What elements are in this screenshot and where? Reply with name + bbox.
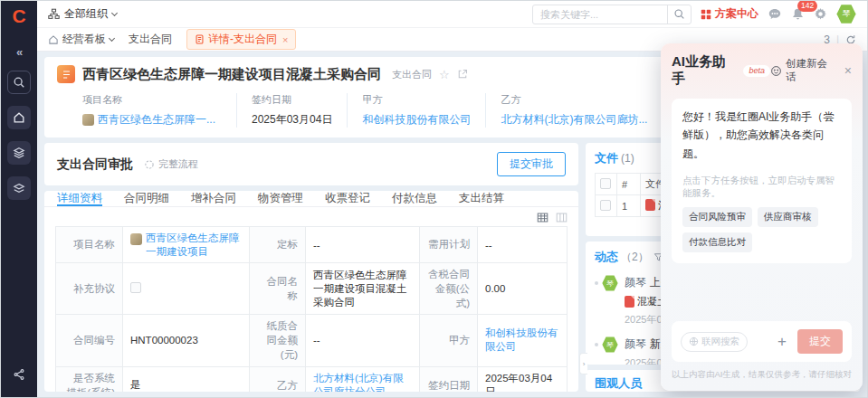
org-selector[interactable]: 全部组织 [48, 6, 117, 22]
attach-plus-icon[interactable]: + [777, 334, 787, 349]
close-ai-panel-icon[interactable]: × [844, 64, 852, 77]
app-window: C « 全部组织 方案中心 [0, 0, 868, 398]
ai-greeting-card: 您好！我是红圈AI业务助手（尝鲜版），助您高效解决各类问题。 点击下方任务按钮，… [672, 99, 852, 263]
task-contract-risk-button[interactable]: 合同风险预审 [682, 207, 752, 227]
beta-badge: beta [743, 65, 770, 77]
tab-supplement[interactable]: 增补合同 [191, 191, 236, 206]
close-tab-icon[interactable]: × [282, 34, 288, 45]
task-supplier-review-button[interactable]: 供应商审核 [758, 207, 818, 227]
tab-contract-items[interactable]: 合同明细 [124, 191, 169, 206]
tab-settlement[interactable]: 支出结算 [459, 191, 504, 206]
field-party-b: 乙方 北方材料(北京)有限公司廊坊... [485, 93, 662, 128]
tab-contract-detail-active[interactable]: 详情-支出合同 × [186, 29, 296, 50]
ai-input-bar: 联网搜索 + 提交 [672, 321, 852, 362]
star-favorite-icon[interactable]: ☆ [439, 68, 450, 81]
settings-button[interactable] [814, 7, 827, 21]
messages-button[interactable] [768, 7, 782, 22]
tab-materials[interactable]: 物资管理 [258, 191, 303, 206]
gear-icon [814, 7, 827, 21]
sidebar-apps-button[interactable] [7, 176, 31, 200]
tab-label: 经营看板 [62, 32, 106, 47]
ai-disclaimer: 以上内容由AI生成，结果仅供参考，请仔细核对 [672, 369, 852, 381]
col-index: # [617, 174, 641, 195]
chat-bubble-icon [768, 7, 782, 22]
submit-approval-button[interactable]: 提交审批 [497, 152, 566, 176]
sidebar-search-button[interactable] [7, 71, 31, 94]
web-search-toggle[interactable]: 联网搜索 [681, 332, 748, 352]
task-payment-check-button[interactable]: 付款信息比对 [682, 232, 752, 252]
ai-submit-button[interactable]: 提交 [797, 329, 843, 354]
ai-greeting-text: 您好！我是红圈AI业务助手（尝鲜版），助您高效解决各类问题。 [682, 108, 841, 163]
avatar[interactable]: 琴 [836, 5, 856, 24]
sidebar: C « [1, 1, 37, 397]
select-all-checkbox[interactable] [600, 178, 611, 189]
ai-hint-text: 点击下方任务按钮，立即启动专属智能服务。 [682, 175, 841, 200]
sidebar-home-button[interactable] [7, 106, 31, 129]
tab-detail-info[interactable]: 详细资料 [57, 191, 102, 206]
table-row: 补充协议 合同名称 西青区绿色生态屏障一期建设项目混凝土采购合同 含税合同金额(… [56, 263, 568, 315]
tab-expense-contracts[interactable]: 支出合同 [129, 32, 172, 47]
field-sign-date: 签约日期 2025年03月04日 [236, 93, 347, 128]
party-b-link[interactable]: 北方材料(北京)有限公司廊坊... [501, 112, 647, 128]
sidebar-share-button[interactable] [7, 363, 31, 386]
smiley-icon [770, 65, 782, 77]
contract-type-tag: 支出合同 [392, 68, 432, 81]
notifications-button[interactable]: 142 [791, 7, 805, 21]
table-view-icon[interactable] [537, 212, 548, 223]
solution-center-link[interactable]: 方案中心 [701, 6, 758, 22]
table-toolbar [44, 207, 578, 226]
home-icon [48, 34, 59, 45]
tab-invoices[interactable]: 收票登记 [325, 191, 370, 206]
tab-payments[interactable]: 付款信息 [392, 191, 437, 206]
app-logo: C [12, 6, 25, 25]
field-party-a: 甲方 和创科技股份有限公司 [347, 93, 485, 128]
approval-bar: 支出合同审批 完整流程 提交审批 [44, 143, 578, 185]
party-b-link[interactable]: 北方材料(北京)有限公司廊坊分公司 [313, 373, 404, 392]
files-title: 文件 [595, 150, 618, 166]
file-checkbox[interactable] [600, 200, 611, 211]
pdf-file-icon [625, 296, 634, 308]
tab-dashboard[interactable]: 经营看板 [48, 32, 114, 47]
solution-center-label: 方案中心 [715, 6, 758, 22]
org-label: 全部组织 [64, 6, 108, 22]
table-row: 合同编号 HNT00000023 纸质合同金额(元) -- 甲方 和创科技股份有… [56, 315, 568, 366]
collapse-sidebar-icon[interactable]: « [16, 45, 22, 59]
activity-user: 颜琴 [625, 276, 646, 289]
topbar: 全部组织 方案中心 142 琴 [37, 1, 867, 28]
external-link-icon[interactable] [457, 69, 468, 80]
project-icon [82, 114, 94, 126]
pdf-file-icon [645, 199, 655, 211]
full-flow-link[interactable]: 完整流程 [144, 157, 198, 171]
project-link[interactable]: 西青区绿色生态屏障一期建设项目 [146, 232, 242, 259]
party-a-link[interactable]: 和创科技股份有限公司 [485, 327, 558, 352]
activity-user: 颜琴 [625, 337, 646, 350]
global-search [532, 5, 692, 24]
grid-icon [701, 9, 711, 20]
columns-view-icon[interactable] [556, 212, 568, 223]
activity-title: 动态 [595, 249, 618, 265]
chevron-down-icon [111, 9, 118, 15]
panel-collapse-handle[interactable]: › [579, 353, 587, 374]
chevron-down-icon [109, 34, 115, 41]
project-icon [130, 233, 142, 245]
detail-tabs: 详细资料 合同明细 增补合同 物资管理 收票登记 付款信息 支出结算 [44, 191, 578, 207]
new-chat-button[interactable]: 创建新会话 [770, 57, 837, 84]
supplement-checkbox[interactable] [130, 282, 141, 293]
table-row: 项目名称 西青区绿色生态屏障一期建设项目 定标 -- 需用计划 -- [56, 227, 568, 263]
search-input[interactable] [533, 9, 667, 20]
approval-title: 支出合同审批 [57, 156, 133, 173]
share-network-icon [13, 368, 25, 381]
search-submit-button[interactable] [667, 5, 691, 24]
contract-title: 西青区绿色生态屏障一期建设项目混凝土采购合同 [82, 66, 381, 83]
ai-panel-title: AI业务助手 [672, 53, 739, 88]
globe-icon [689, 336, 699, 346]
project-link[interactable]: 西青区绿色生态屏障一... [98, 112, 215, 128]
ai-assistant-panel: AI业务助手 beta 创建新会话 × 您好！我是红圈AI业务助手（尝鲜版），助… [661, 43, 863, 391]
search-icon [13, 76, 25, 89]
document-icon [195, 34, 205, 44]
files-count: (1) [621, 152, 634, 165]
layers-icon [13, 147, 25, 159]
avatar: 琴 [602, 336, 618, 353]
sidebar-modules-button[interactable] [7, 141, 31, 165]
party-a-link[interactable]: 和创科技股份有限公司 [362, 112, 471, 128]
